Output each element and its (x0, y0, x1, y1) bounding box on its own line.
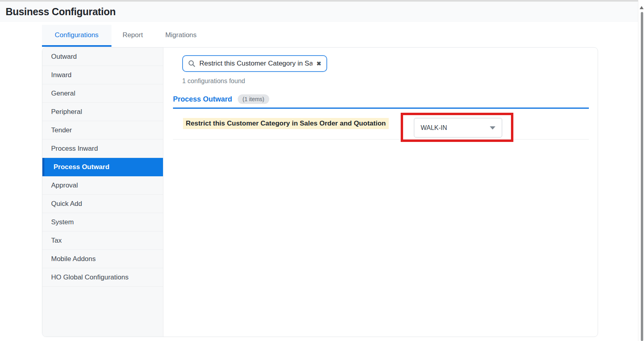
section-header: Process Outward (1 items) (173, 94, 589, 104)
tab-bar: Configurations Report Migrations (42, 25, 208, 47)
scrollbar-up-arrow-icon[interactable] (640, 6, 644, 9)
sidebar-item-tender[interactable]: Tender (42, 121, 163, 140)
tab-configurations[interactable]: Configurations (42, 25, 111, 47)
customer-category-dropdown[interactable]: WALK-IN (414, 118, 502, 138)
sidebar-item-inward[interactable]: Inward (42, 66, 163, 84)
chevron-down-icon (490, 126, 495, 130)
sidebar-item-mobile-addons[interactable]: Mobile Addons (42, 250, 163, 268)
clear-search-icon[interactable]: ✖ (316, 61, 321, 66)
scrollbar-thumb[interactable] (641, 12, 643, 341)
results-summary: 1 configurations found (182, 78, 589, 85)
configuration-main-pane: ✖ 1 configurations found Process Outward… (163, 48, 598, 337)
sidebar-item-tax[interactable]: Tax (42, 231, 163, 250)
page-header: Business Configuration (0, 2, 638, 22)
search-input[interactable] (199, 60, 312, 68)
dropdown-selected-value: WALK-IN (421, 124, 447, 132)
sidebar-item-general[interactable]: General (42, 84, 163, 103)
sidebar-item-quick-add[interactable]: Quick Add (42, 195, 163, 213)
tab-report[interactable]: Report (111, 25, 154, 47)
sidebar-item-outward[interactable]: Outward (42, 48, 163, 66)
section-items-count-badge: (1 items) (238, 94, 269, 104)
config-label: Restrict this Customer Category in Sales… (183, 118, 389, 129)
vertical-scrollbar[interactable] (638, 0, 644, 341)
search-icon (188, 60, 195, 67)
sidebar-item-approval[interactable]: Approval (42, 176, 163, 195)
sidebar-item-peripheral[interactable]: Peripheral (42, 103, 163, 121)
configuration-search-box[interactable]: ✖ (182, 55, 327, 72)
configuration-card: Outward Inward General Peripheral Tender… (42, 47, 598, 337)
sidebar-item-ho-global-configurations[interactable]: HO Global Configurations (42, 268, 163, 287)
page-title: Business Configuration (6, 6, 115, 18)
section-title: Process Outward (173, 95, 232, 104)
config-row-restrict-customer-category: Restrict this Customer Category in Sales… (173, 109, 589, 140)
sidebar-item-process-inward[interactable]: Process Inward (42, 140, 163, 158)
sidebar-item-system[interactable]: System (42, 213, 163, 231)
category-sidebar: Outward Inward General Peripheral Tender… (42, 48, 163, 337)
tab-migrations[interactable]: Migrations (154, 25, 208, 47)
sidebar-item-process-outward[interactable]: Process Outward (42, 158, 163, 176)
